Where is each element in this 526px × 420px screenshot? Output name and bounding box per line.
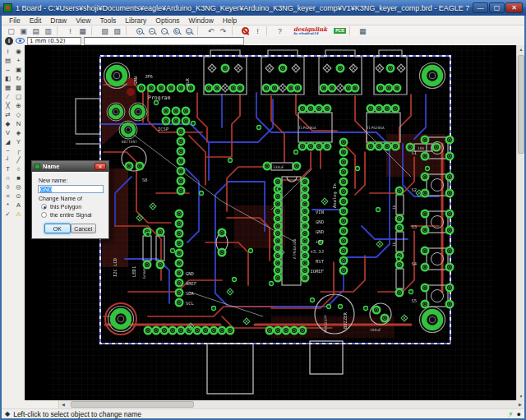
tool-circle[interactable]: ○ bbox=[13, 164, 24, 173]
go-button[interactable]: ! bbox=[252, 26, 263, 35]
menu-file[interactable]: File bbox=[5, 16, 25, 25]
tool-text[interactable]: T bbox=[2, 164, 13, 173]
hscroll-thumb[interactable] bbox=[71, 401, 194, 408]
menu-library[interactable]: Library bbox=[121, 16, 150, 25]
name-input[interactable]: GND bbox=[38, 185, 104, 193]
tool-route[interactable]: ┌ bbox=[13, 146, 24, 155]
grid-button[interactable]: ▦ bbox=[358, 26, 368, 35]
dialog-title-bar[interactable]: Name ✕ bbox=[32, 161, 108, 172]
tool-wire[interactable]: ╱ bbox=[13, 155, 24, 164]
redo-button[interactable]: ↷ bbox=[218, 26, 228, 35]
help-button[interactable]: ? bbox=[275, 26, 285, 35]
tool-ripup[interactable]: ┘ bbox=[2, 155, 13, 164]
svg-text:330uF: 330uF bbox=[273, 165, 284, 169]
pcb-quote-logo[interactable]: PCB bbox=[334, 28, 346, 35]
tool-mirror[interactable]: ◧ bbox=[2, 74, 13, 83]
tool-polygon[interactable]: ◊ bbox=[2, 182, 13, 192]
tool-auto[interactable]: A bbox=[13, 201, 24, 210]
radio-signal-circle[interactable] bbox=[41, 212, 47, 218]
tool-rect[interactable]: ■ bbox=[13, 173, 24, 182]
svg-text:TLP620GA: TLP620GA bbox=[367, 126, 385, 130]
tool-via[interactable]: ◎ bbox=[13, 182, 24, 192]
tool-info[interactable]: i bbox=[2, 47, 13, 56]
tool-signal[interactable]: ≈ bbox=[2, 192, 13, 201]
svg-text:AREF: AREF bbox=[186, 281, 196, 286]
zoom-select-icon[interactable]: ▭ bbox=[183, 26, 194, 35]
stop-button[interactable] bbox=[240, 26, 251, 35]
radio-this-polygon[interactable]: this Polygon bbox=[41, 204, 103, 210]
svg-text:BLK: BLK bbox=[185, 77, 190, 86]
menu-options[interactable]: Options bbox=[151, 16, 183, 25]
designlink-logo[interactable]: designlinkby element14 bbox=[293, 26, 327, 35]
tool-add[interactable]: ⊕ bbox=[13, 101, 24, 110]
tool-optimize[interactable]: ~ bbox=[2, 146, 13, 155]
radio-polygon-circle[interactable] bbox=[41, 204, 47, 210]
tool-lock[interactable]: ◆ bbox=[2, 119, 13, 128]
tool-ratsnest[interactable]: * bbox=[2, 201, 13, 210]
tool-miter[interactable]: ◢ bbox=[2, 137, 13, 146]
vscroll-thumb[interactable] bbox=[518, 55, 524, 154]
tool-errors[interactable]: ⚠ bbox=[13, 210, 24, 219]
radio-entire-signal[interactable]: the entire Signal bbox=[41, 212, 103, 218]
cancel-button[interactable]: Cancel bbox=[71, 224, 97, 233]
tool-hole[interactable]: ⊙ bbox=[13, 192, 24, 201]
new-name-label: New name: bbox=[39, 178, 103, 183]
tool-paste[interactable]: ▢ bbox=[13, 92, 24, 101]
command-input[interactable] bbox=[84, 37, 244, 45]
tool-drc[interactable]: ✓ bbox=[2, 210, 13, 219]
sheet-button-b[interactable]: ▨ bbox=[112, 26, 122, 35]
scroll-up-icon[interactable]: ▲ bbox=[517, 45, 525, 53]
tool-pinswap[interactable]: ⇄ bbox=[2, 110, 13, 119]
zoom-in-icon[interactable]: + bbox=[134, 26, 145, 35]
menu-tools[interactable]: Tools bbox=[95, 16, 120, 25]
sheet-button-a[interactable]: ▧ bbox=[99, 26, 110, 35]
info-icon[interactable]: i bbox=[5, 37, 13, 45]
parameter-toolbar: i 1 mm (0.52) bbox=[2, 36, 524, 45]
menu-view[interactable]: View bbox=[72, 16, 95, 25]
library-button[interactable]: ▦ bbox=[77, 26, 88, 35]
tool-mark[interactable]: + bbox=[13, 56, 24, 65]
scroll-down-icon[interactable]: ▼ bbox=[517, 392, 525, 400]
vertical-scrollbar[interactable]: ▲ ▼ bbox=[516, 45, 524, 400]
undo-button[interactable]: ↶ bbox=[205, 26, 216, 35]
change-name-label: Change Name of bbox=[39, 196, 103, 201]
open-button[interactable]: ▢ bbox=[6, 26, 16, 35]
tool-smash[interactable]: ◈ bbox=[13, 128, 24, 137]
zoom-out-icon[interactable]: − bbox=[146, 26, 157, 35]
zoom-redraw-icon[interactable]: ↻ bbox=[171, 26, 182, 35]
menu-help[interactable]: Help bbox=[219, 16, 241, 25]
scroll-right-icon[interactable]: ▶ bbox=[516, 400, 524, 408]
zoom-fit-icon[interactable]: · bbox=[159, 26, 169, 35]
scroll-left-icon[interactable]: ◀ bbox=[59, 400, 67, 408]
print-button[interactable]: ▤ bbox=[30, 26, 41, 35]
eye-icon[interactable] bbox=[16, 38, 25, 44]
dialog-close-icon[interactable]: ✕ bbox=[95, 163, 106, 170]
tool-arc[interactable]: ∩ bbox=[2, 173, 13, 182]
ok-button[interactable]: OK bbox=[44, 224, 71, 233]
menu-window[interactable]: Window bbox=[185, 16, 218, 25]
tool-name[interactable]: N bbox=[13, 119, 24, 128]
minimize-button[interactable]: — bbox=[473, 2, 488, 13]
tool-display[interactable]: ▤ bbox=[2, 56, 13, 65]
maximize-button[interactable]: ▢ bbox=[489, 2, 505, 13]
close-button[interactable]: ✕ bbox=[505, 2, 523, 13]
tool-show[interactable]: ◉ bbox=[13, 47, 24, 56]
tool-delete[interactable]: ╳ bbox=[2, 101, 13, 110]
menu-edit[interactable]: Edit bbox=[25, 16, 46, 25]
horizontal-scrollbar[interactable]: ◀ ▶ bbox=[2, 400, 524, 408]
tool-change[interactable]: ▩ bbox=[13, 83, 24, 92]
tool-rotate[interactable]: ↻ bbox=[13, 74, 24, 83]
tool-cut[interactable]: ∕ bbox=[2, 92, 13, 101]
tool-replace[interactable]: ◇ bbox=[13, 110, 24, 119]
tool-group[interactable]: ▦ bbox=[2, 83, 13, 92]
title-bar[interactable]: 1 Board - C:¥Users¥shoji¥Documents¥eagle… bbox=[0, 0, 526, 16]
menu-draw[interactable]: Draw bbox=[46, 16, 71, 25]
save-button[interactable]: ▣ bbox=[18, 26, 29, 35]
cam-button[interactable]: ▥ bbox=[43, 26, 53, 35]
tool-split[interactable]: Y bbox=[13, 137, 24, 146]
svg-text:Green: Green bbox=[142, 267, 146, 279]
tool-value[interactable]: V bbox=[2, 128, 13, 137]
script-button[interactable]: ! bbox=[65, 26, 76, 35]
tool-copy[interactable]: ▣ bbox=[13, 65, 24, 74]
tool-move[interactable]: ↔ bbox=[2, 65, 13, 74]
